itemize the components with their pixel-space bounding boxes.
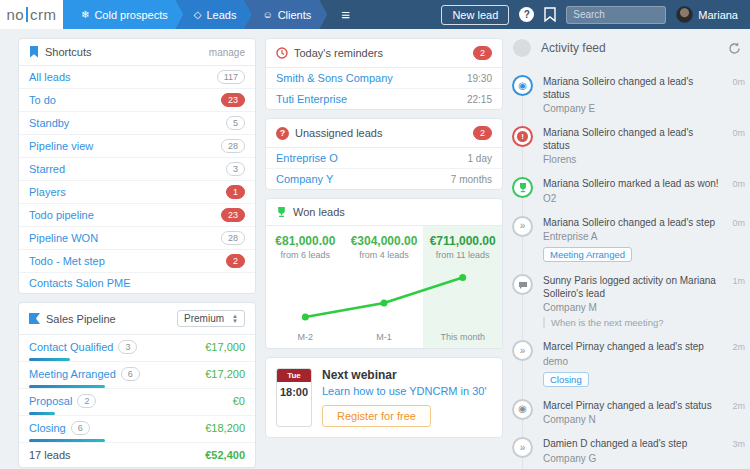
feed-item: Mariana Solleiro marked a lead as won!O2… <box>512 177 745 216</box>
logo-text-left: no <box>6 6 24 23</box>
shortcut-row: Pipeline WON28 <box>19 226 255 249</box>
feed-item-lead-name[interactable]: Company N <box>543 414 722 425</box>
feed-item-body: Mariana Solleiro marked a lead as won!O2 <box>543 177 722 204</box>
feed-item-lead-name[interactable]: Company G <box>543 453 722 464</box>
feed-item-lead-name[interactable]: Entreprise A <box>543 231 722 242</box>
shortcut-link[interactable]: Todo pipeline <box>29 209 94 221</box>
pipeline-step-count: 2 <box>77 394 96 408</box>
main-nav: ❄Cold prospects◇Leads☺Clients <box>63 0 327 29</box>
unassigned-lead-link[interactable]: Company Y <box>276 173 333 185</box>
feed-step-badge: Closing <box>543 372 589 387</box>
activity-feed-header: Activity feed <box>512 33 745 67</box>
trophy-icon <box>512 177 533 198</box>
dashboard-content: Shortcuts manage All leads117To do23Stan… <box>0 29 750 469</box>
shortcut-link[interactable]: Todo - Met step <box>29 255 105 267</box>
won-leads-chart <box>266 260 502 332</box>
pipeline-select[interactable]: Premium ▲▼ <box>177 310 245 327</box>
tab-leads[interactable]: ◇Leads <box>176 0 253 29</box>
clock-icon <box>276 47 288 59</box>
webinar-info: Next webinar Learn how to use YDNCRM in … <box>322 368 487 427</box>
pipeline-step-amount: €0 <box>233 395 245 407</box>
shortcut-row: Starred3 <box>19 157 255 180</box>
tab-label: Clients <box>278 9 312 21</box>
feed-item-time: 0m <box>732 177 745 204</box>
unassigned-leads-panel: ? Unassigned leads 2 Entreprise O1 dayCo… <box>265 118 503 190</box>
step-icon: » <box>512 437 533 458</box>
feed-item-lead-name[interactable]: O2 <box>543 193 722 204</box>
shortcut-link[interactable]: To do <box>29 94 56 106</box>
reminder-row: Smith & Sons Company19:30 <box>266 68 502 88</box>
won-leads-panel: Won leads €81,000.00from 6 leads€304,000… <box>265 198 503 349</box>
snowflake-icon: ❄ <box>81 9 89 20</box>
pipeline-row-main: Closing6€18,200 <box>29 421 245 435</box>
feed-item: !Mariana Solleiro changed a lead's statu… <box>512 126 745 177</box>
feed-item: Sunny Paris logged activity on Mariana S… <box>512 274 745 340</box>
username-label: Mariana <box>698 9 738 21</box>
pipeline-row-main: Contact Qualified3€17,000 <box>29 340 245 354</box>
pipeline-total-amount: €52,400 <box>205 449 245 461</box>
tab-cold-prospects[interactable]: ❄Cold prospects <box>63 0 184 29</box>
feed-item-lead-name[interactable]: demo <box>543 356 722 367</box>
chart-point <box>381 300 388 307</box>
nocrm-logo[interactable]: nocrm <box>0 0 63 29</box>
feed-item-body: Mariana Solleiro changed a lead's stepEn… <box>543 216 722 263</box>
manage-shortcuts-link[interactable]: manage <box>209 47 245 58</box>
shortcut-count-badge: 2 <box>226 254 245 268</box>
bookmark-icon[interactable] <box>544 7 556 22</box>
feed-item-time: 3m <box>732 437 745 469</box>
shortcut-link[interactable]: Pipeline WON <box>29 232 98 244</box>
chart-point <box>459 274 466 281</box>
shortcut-link[interactable]: All leads <box>29 71 71 83</box>
shortcut-row: Todo pipeline23 <box>19 203 255 226</box>
webinar-link[interactable]: Learn how to use YDNCRM in 30' <box>322 385 487 397</box>
shortcut-link[interactable]: Pipeline view <box>29 140 93 152</box>
shortcut-link[interactable]: Contacts Salon PME <box>29 277 131 289</box>
shortcut-link[interactable]: Starred <box>29 163 65 175</box>
feed-item-lead-name[interactable]: Florens <box>543 154 722 165</box>
tab-clients[interactable]: ☺Clients <box>244 0 327 29</box>
pipeline-total-row: 17 leads €52,400 <box>19 442 255 467</box>
shortcut-link[interactable]: Standby <box>29 117 69 129</box>
unassigned-title: Unassigned leads <box>295 127 382 139</box>
step-icon: » <box>512 340 533 361</box>
won-amount: €711,000.00 <box>423 234 502 248</box>
shortcut-count-badge: 28 <box>221 139 245 153</box>
feed-item: »Mariana Solleiro changed a lead's stepE… <box>512 216 745 275</box>
register-button[interactable]: Register for free <box>322 405 431 427</box>
tab-label: Leads <box>206 9 236 21</box>
activity-feed-title: Activity feed <box>541 41 606 55</box>
shortcut-count-badge: 23 <box>221 208 245 222</box>
reminder-row: Tuti Enterprise22:15 <box>266 88 502 109</box>
hamburger-menu-icon[interactable]: ≡ <box>327 0 364 29</box>
pipeline-row: Proposal2€0 <box>19 388 255 415</box>
pipeline-step-link[interactable]: Contact Qualified <box>29 341 113 353</box>
feed-item-lead-name[interactable]: Company M <box>543 302 722 313</box>
pipeline-row: Meeting Arranged6€17,200 <box>19 361 255 388</box>
shortcuts-header: Shortcuts manage <box>19 39 255 66</box>
reminder-link[interactable]: Tuti Enterprise <box>276 93 347 105</box>
pipeline-step-link[interactable]: Closing <box>29 422 66 434</box>
pipeline-step-link[interactable]: Proposal <box>29 395 72 407</box>
search-input[interactable] <box>566 6 666 24</box>
help-icon[interactable]: ? <box>519 7 534 22</box>
feed-item-time: 2m <box>732 340 745 387</box>
refresh-icon[interactable] <box>728 42 741 55</box>
user-menu[interactable]: Mariana <box>676 6 738 23</box>
pipeline-step-link[interactable]: Meeting Arranged <box>29 368 116 380</box>
reminders-header: Today's reminders 2 <box>266 39 502 68</box>
feed-item-text: Mariana Solleiro changed a lead's step <box>543 217 722 230</box>
chart-point <box>302 313 309 320</box>
shortcuts-panel: Shortcuts manage All leads117To do23Stan… <box>18 38 256 294</box>
unassigned-lead-link[interactable]: Entreprise O <box>276 152 338 164</box>
pipeline-step-count: 3 <box>118 340 137 354</box>
pipeline-step-count: 6 <box>71 421 90 435</box>
top-navigation-bar: nocrm ❄Cold prospects◇Leads☺Clients ≡ Ne… <box>0 0 750 29</box>
new-lead-button[interactable]: New lead <box>441 5 509 25</box>
unassigned-lead-time: 7 months <box>451 174 492 185</box>
pipeline-row: Contact Qualified3€17,000 <box>19 335 255 361</box>
reminder-link[interactable]: Smith & Sons Company <box>276 72 393 84</box>
shortcut-link[interactable]: Players <box>29 186 66 198</box>
won-axis-label: M-1 <box>345 332 424 342</box>
feed-item-text: Mariana Solleiro changed a lead's status <box>543 76 722 101</box>
feed-item-lead-name[interactable]: Company E <box>543 103 722 114</box>
